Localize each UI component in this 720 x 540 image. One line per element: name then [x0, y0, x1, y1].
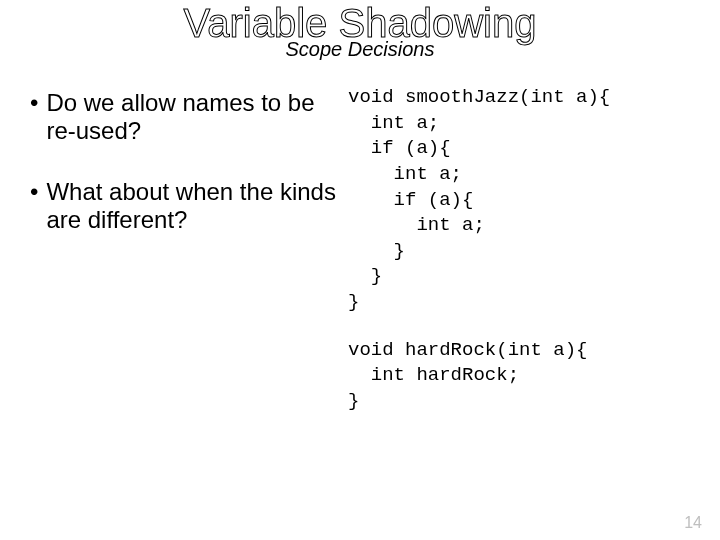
- bullet-dot-icon: •: [28, 89, 46, 144]
- bullet-text: What about when the kinds are different?: [46, 178, 338, 233]
- content-area: • Do we allow names to be re-used? • Wha…: [0, 83, 720, 415]
- code-block-1: void smoothJazz(int a){ int a; if (a){ i…: [348, 85, 692, 316]
- bullet-dot-icon: •: [28, 178, 46, 233]
- bullet-list: • Do we allow names to be re-used? • Wha…: [28, 83, 348, 415]
- list-item: • Do we allow names to be re-used?: [28, 89, 338, 144]
- list-item: • What about when the kinds are differen…: [28, 178, 338, 233]
- code-block-2: void hardRock(int a){ int hardRock; }: [348, 338, 692, 415]
- slide: Variable Shadowing Scope Decisions • Do …: [0, 2, 720, 540]
- code-column: void smoothJazz(int a){ int a; if (a){ i…: [348, 83, 692, 415]
- slide-subtitle: Scope Decisions: [0, 38, 720, 61]
- bullet-text: Do we allow names to be re-used?: [46, 89, 338, 144]
- page-number: 14: [684, 514, 702, 532]
